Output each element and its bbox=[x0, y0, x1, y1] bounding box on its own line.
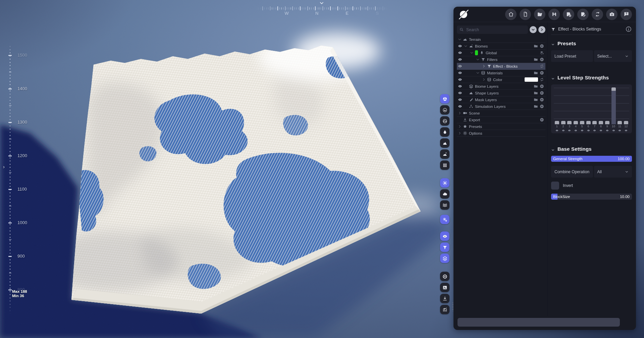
toolbar-help-chat-button[interactable] bbox=[621, 9, 632, 20]
level-step-slider[interactable] bbox=[605, 87, 609, 124]
rail-gears-button[interactable] bbox=[440, 215, 449, 224]
rail-water-drop-button[interactable] bbox=[440, 127, 449, 137]
level-step-slider[interactable] bbox=[611, 87, 616, 124]
visibility-eye-icon[interactable] bbox=[624, 129, 628, 132]
rail-filter-button[interactable] bbox=[440, 243, 449, 252]
add-icon[interactable] bbox=[540, 84, 544, 88]
tree-item-filters[interactable]: Filters bbox=[457, 56, 545, 63]
visibility-eye-icon[interactable] bbox=[458, 71, 463, 75]
tree-item-materials[interactable]: Materials bbox=[457, 70, 545, 76]
slider-handle[interactable] bbox=[574, 121, 578, 124]
level-step-slider[interactable] bbox=[567, 87, 572, 124]
folder-icon[interactable] bbox=[534, 104, 538, 109]
combine-operation-select[interactable]: All bbox=[594, 166, 632, 178]
slider-handle[interactable] bbox=[605, 121, 609, 124]
rail-download-button[interactable] bbox=[440, 294, 449, 303]
folder-icon[interactable] bbox=[534, 97, 538, 102]
search-box[interactable] bbox=[457, 25, 528, 34]
blocksize-slider[interactable]: BlockSize 10.00 bbox=[551, 194, 632, 200]
visibility-eye-icon[interactable] bbox=[458, 84, 463, 88]
chevron-down-icon[interactable] bbox=[464, 44, 468, 48]
slider-handle[interactable] bbox=[586, 121, 591, 124]
toolbar-home-button[interactable] bbox=[505, 9, 517, 20]
invert-checkbox[interactable] bbox=[551, 182, 559, 190]
visibility-eye-icon[interactable] bbox=[458, 91, 463, 95]
add-icon[interactable] bbox=[540, 118, 544, 122]
level-step-slider[interactable] bbox=[618, 87, 622, 124]
folder-icon[interactable] bbox=[534, 71, 538, 75]
toolbar-new-file-button[interactable] bbox=[520, 9, 531, 20]
info-icon[interactable] bbox=[625, 26, 632, 32]
visibility-eye-icon[interactable] bbox=[458, 97, 463, 102]
visibility-eye-icon[interactable] bbox=[458, 64, 463, 68]
add-icon[interactable] bbox=[540, 104, 544, 109]
chevron-down-icon[interactable] bbox=[458, 38, 462, 41]
tree-item-terrain[interactable]: Terrain bbox=[457, 36, 545, 43]
panel-expand-arrow[interactable]: › bbox=[3, 164, 5, 169]
tree-item-color[interactable]: Color bbox=[457, 76, 545, 83]
load-preset-select[interactable]: Select... bbox=[594, 50, 632, 62]
tree-item-biomes[interactable]: Biomes bbox=[457, 43, 545, 50]
compass[interactable]: WNES bbox=[255, 1, 389, 16]
visibility-eye-icon[interactable] bbox=[555, 129, 559, 132]
rail-grid-button[interactable] bbox=[440, 160, 449, 170]
chevron-right-icon[interactable] bbox=[482, 78, 486, 81]
rail-sphere-mountain-button[interactable] bbox=[440, 105, 449, 115]
rail-sphere-render-button[interactable] bbox=[440, 94, 449, 104]
tree-item-presets[interactable]: Presets bbox=[457, 123, 545, 130]
general-strength-slider[interactable]: General Strength 100.00 bbox=[551, 156, 632, 162]
tree-item-export[interactable]: Export bbox=[457, 117, 545, 123]
level-step-slider[interactable] bbox=[580, 87, 584, 124]
chevron-down-icon[interactable] bbox=[476, 71, 480, 75]
slider-handle[interactable] bbox=[618, 121, 622, 124]
color-swatch[interactable] bbox=[475, 50, 478, 55]
visibility-eye-icon[interactable] bbox=[458, 104, 463, 109]
visibility-eye-icon[interactable] bbox=[458, 51, 463, 55]
add-icon[interactable] bbox=[540, 44, 544, 48]
rail-cloud-button[interactable] bbox=[440, 189, 449, 199]
slider-handle[interactable] bbox=[599, 121, 603, 124]
chevron-down-icon[interactable] bbox=[551, 147, 555, 151]
toolbar-save-button[interactable] bbox=[548, 9, 560, 20]
chevron-down-icon[interactable] bbox=[551, 42, 555, 45]
layers-add-icon[interactable] bbox=[540, 51, 544, 55]
visibility-eye-icon[interactable] bbox=[561, 129, 565, 132]
folder-icon[interactable] bbox=[534, 44, 538, 48]
tree-item-effect-blocks[interactable]: Effect - Blocks bbox=[457, 63, 545, 70]
slider-handle[interactable] bbox=[561, 121, 566, 124]
search-input[interactable] bbox=[466, 27, 525, 32]
rail-sphere-contour-button[interactable] bbox=[440, 116, 449, 126]
rail-record-button[interactable] bbox=[440, 272, 449, 281]
visibility-eye-icon[interactable] bbox=[618, 129, 622, 132]
visibility-eye-icon[interactable] bbox=[458, 44, 463, 48]
toolbar-save-edit-button[interactable] bbox=[577, 9, 589, 20]
folder-icon[interactable] bbox=[534, 91, 538, 95]
tree-item-shape-layers[interactable]: Shape Layers bbox=[457, 90, 545, 96]
add-icon[interactable] bbox=[540, 71, 544, 75]
tree-item-global[interactable]: Global bbox=[457, 50, 545, 56]
chevron-down-icon[interactable] bbox=[476, 58, 480, 61]
toolbar-sync-button[interactable] bbox=[592, 9, 603, 20]
rail-image-button[interactable] bbox=[440, 283, 449, 292]
rail-layers-button[interactable] bbox=[440, 254, 449, 263]
rail-waves-button[interactable] bbox=[440, 200, 449, 210]
visibility-eye-icon[interactable] bbox=[458, 57, 463, 62]
rail-sun-button[interactable] bbox=[440, 178, 449, 188]
level-step-slider[interactable] bbox=[592, 87, 597, 124]
folder-icon[interactable] bbox=[534, 84, 538, 88]
refresh-icon[interactable] bbox=[540, 64, 544, 68]
slider-handle[interactable] bbox=[567, 121, 572, 124]
slider-handle[interactable] bbox=[555, 121, 559, 124]
visibility-eye-icon[interactable] bbox=[587, 129, 590, 132]
toolbar-camera-button[interactable] bbox=[606, 9, 618, 20]
visibility-eye-icon[interactable] bbox=[458, 77, 463, 82]
tree-item-biome-layers[interactable]: Biome Layers bbox=[457, 83, 545, 90]
level-step-slider[interactable] bbox=[555, 87, 559, 124]
slider-handle[interactable] bbox=[611, 87, 616, 91]
rail-eye-button[interactable] bbox=[440, 231, 449, 241]
chevron-right-icon[interactable] bbox=[458, 131, 462, 135]
chevron-down-icon[interactable] bbox=[470, 51, 474, 55]
tree-item-scene[interactable]: Scene bbox=[457, 110, 545, 117]
visibility-eye-icon[interactable] bbox=[605, 129, 609, 132]
add-icon[interactable] bbox=[540, 57, 544, 62]
